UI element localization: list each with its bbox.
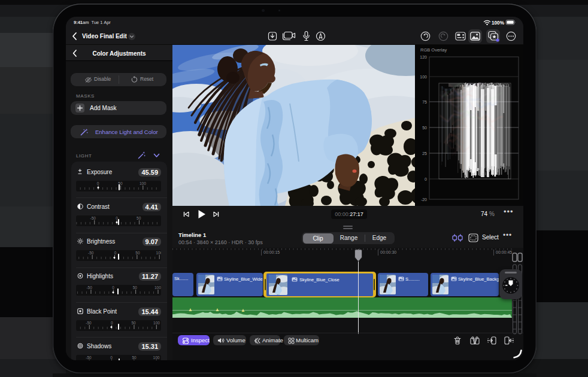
- svg-text:100: 100: [420, 75, 427, 79]
- svg-text:75: 75: [422, 100, 427, 104]
- svg-text:0: 0: [425, 177, 427, 181]
- svg-text:-20: -20: [421, 197, 427, 202]
- svg-text:50: 50: [422, 126, 427, 130]
- svg-text:120: 120: [420, 55, 427, 59]
- svg-text:25: 25: [422, 151, 427, 156]
- svg-text:100%: 100%: [492, 20, 505, 26]
